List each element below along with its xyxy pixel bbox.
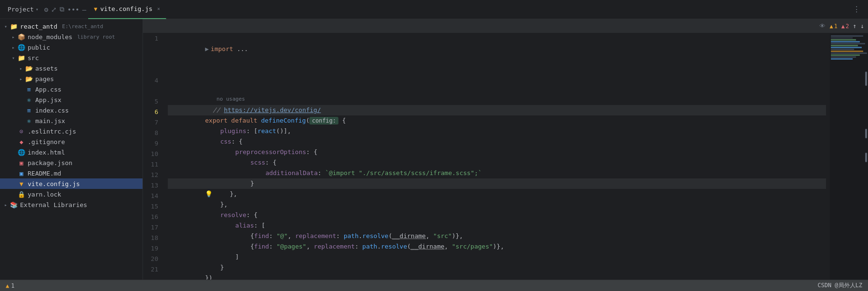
sidebar-item-package-json[interactable]: ▣ package.json — [0, 157, 143, 168]
sidebar-item-eslintrc[interactable]: ⊙ .eslintrc.cjs — [0, 126, 143, 136]
chevron-right-icon: ▸ — [10, 34, 17, 40]
line-num-19: 19 — [143, 243, 164, 254]
minimap-scrollbar[interactable] — [865, 72, 867, 86]
sidebar-item-main-jsx[interactable]: ⚛ main.jsx — [0, 115, 143, 126]
line-num-9: 9 — [143, 138, 164, 149]
line-num-11: 11 — [143, 159, 164, 170]
sidebar-item-readme[interactable]: ▣ README.md — [0, 168, 143, 178]
code-line-blank3 — [168, 65, 826, 75]
mini-line-1 — [831, 35, 863, 37]
sidebar-item-src[interactable]: ▾ 📁 src — [0, 52, 143, 63]
line-num-10: 10 — [143, 149, 164, 159]
editor-toolbar: 👁 ▲ 1 ▲ 2 ↑ ↓ — [143, 19, 868, 33]
warning2-icon: ▲ — [841, 23, 845, 30]
sidebar-item-node-modules[interactable]: ▸ 📦 node_modules library root — [0, 31, 143, 42]
sidebar-item-external-libs[interactable]: ▸ 📚 External Libraries — [0, 199, 143, 210]
code-line-9: preprocessorOptions: { — [168, 136, 826, 147]
line-num-blank — [143, 44, 164, 54]
sidebar-label-package-json: package.json — [26, 159, 72, 166]
package-icon: 📦 — [17, 33, 26, 41]
split-icon[interactable]: ⧉ — [60, 5, 64, 13]
scroll-down-button[interactable]: ↓ — [860, 22, 864, 30]
line-num-12: 12 — [143, 170, 164, 180]
sidebar-item-index-css[interactable]: ≡ index.css — [0, 105, 143, 115]
title-bar: Project ▾ ⚙ ⤢ ⧉ ••• — ▼ vite.config.js ×… — [0, 0, 868, 19]
sidebar-label-gitignore: .gitignore — [26, 138, 65, 146]
line-num-7: 7 — [143, 117, 164, 128]
line-num-21: 21 — [143, 264, 164, 275]
expand-icon[interactable]: ⤢ — [51, 6, 57, 13]
line-num-5a — [143, 86, 164, 96]
status-bar: ▲ 1 CSDN @局外人LZ — [0, 280, 868, 291]
line-num-blank2 — [143, 54, 164, 65]
status-warning-count: 1 — [11, 282, 14, 289]
mini-line-3 — [831, 39, 856, 41]
line-numbers: 1 4 5 6 7 8 9 10 11 12 13 14 15 16 17 18 — [143, 33, 164, 280]
vite-icon: ▼ — [17, 180, 26, 187]
code-line-4 — [168, 75, 826, 86]
code-editor[interactable]: ▶import ... no usages // https://vitejs.… — [164, 33, 830, 280]
line-num-1: 1 — [143, 33, 164, 44]
settings-icon[interactable]: ⚙ — [44, 6, 48, 13]
status-left: ▲ 1 — [6, 282, 14, 289]
line-num-5: 5 — [143, 96, 164, 107]
lock-icon: 🔒 — [17, 191, 26, 198]
warning1-badge[interactable]: ▲ 1 — [829, 23, 837, 30]
mini-line-4 — [831, 41, 860, 42]
tab-close-button[interactable]: × — [157, 6, 160, 11]
tab-area: ▼ vite.config.js × — [88, 0, 853, 19]
sidebar-item-gitignore[interactable]: ◆ .gitignore — [0, 136, 143, 147]
sidebar-label-eslintrc: .eslintrc.cjs — [26, 128, 76, 135]
jsx-file-icon: ⚛ — [25, 96, 33, 104]
sidebar-label-src: src — [26, 54, 39, 62]
sidebar-item-app-jsx[interactable]: ⚛ App.jsx — [0, 94, 143, 105]
scroll-up-button[interactable]: ↑ — [853, 22, 857, 30]
code-line-blank2 — [168, 54, 826, 65]
sidebar-item-react-antd[interactable]: ▾ 📁 react_antd E:\react_antd — [0, 21, 143, 31]
minimap[interactable] — [830, 33, 868, 280]
warning1-count: 1 — [834, 23, 837, 30]
sidebar-label-yarn-lock: yarn.lock — [26, 191, 61, 198]
editor-area: 👁 ▲ 1 ▲ 2 ↑ ↓ 1 4 5 6 7 — [143, 19, 868, 280]
line-num-16: 16 — [143, 212, 164, 222]
warning2-badge[interactable]: ▲ 2 — [841, 23, 849, 30]
minimap-scrollbar2[interactable] — [865, 129, 867, 138]
sidebar-item-assets[interactable]: ▸ 📂 assets — [0, 63, 143, 73]
chevron-right-icon: ▸ — [17, 76, 25, 82]
main-jsx-icon: ⚛ — [25, 117, 33, 125]
code-line-16: alias: [ — [168, 210, 826, 220]
code-line-17: {find: "@", replacement: path.resolve(__… — [168, 220, 826, 231]
more-icon[interactable]: ••• — [67, 6, 79, 13]
code-line-no-usages: no usages — [168, 86, 826, 94]
sidebar-item-public[interactable]: ▸ 🌐 public — [0, 42, 143, 52]
sidebar-label-react-antd: react_antd — [18, 23, 57, 30]
line-num-4: 4 — [143, 75, 164, 86]
sidebar-item-vite-config[interactable]: ▼ vite.config.js — [0, 178, 143, 189]
project-menu[interactable]: Project ▾ — [4, 4, 42, 15]
title-bar-right-more[interactable]: ⋮ — [853, 5, 864, 14]
sidebar-item-app-css[interactable]: ≡ App.css — [0, 84, 143, 94]
status-warnings[interactable]: ▲ 1 — [6, 282, 14, 289]
mini-line-10 — [831, 52, 867, 54]
css-file-icon2: ≡ — [25, 107, 33, 114]
code-line-15: resolve: { — [168, 199, 826, 210]
tab-vite-config[interactable]: ▼ vite.config.js × — [88, 0, 166, 19]
line-num-14: 14 — [143, 191, 164, 201]
sidebar-label-external-libs: External Libraries — [18, 201, 87, 208]
html-icon: 🌐 — [17, 149, 26, 156]
line-num-15: 15 — [143, 201, 164, 212]
eye-off-icon[interactable]: 👁 — [819, 22, 826, 30]
css-file-icon: ≡ — [25, 86, 33, 93]
mini-line-11 — [831, 54, 860, 56]
chevron-right-icon: ▸ — [10, 45, 17, 50]
chevron-right-icon: ▸ — [2, 202, 10, 208]
sidebar-item-index-html[interactable]: 🌐 index.html — [0, 147, 143, 157]
minimize-icon[interactable]: — — [82, 6, 86, 13]
warning2-count: 2 — [846, 23, 849, 30]
code-container[interactable]: 1 4 5 6 7 8 9 10 11 12 13 14 15 16 17 18 — [143, 33, 868, 280]
line-num-blank3 — [143, 65, 164, 75]
sidebar-item-pages[interactable]: ▸ 📂 pages — [0, 73, 143, 84]
minimap-scrollbar3[interactable] — [865, 153, 867, 162]
sidebar-item-yarn-lock[interactable]: 🔒 yarn.lock — [0, 189, 143, 199]
sidebar-label-index-css: index.css — [33, 107, 69, 114]
